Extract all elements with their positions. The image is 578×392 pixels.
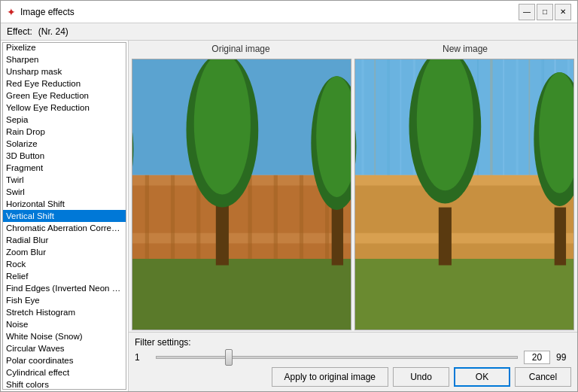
effect-item[interactable]: Zoom Blur [3, 246, 126, 258]
effect-item[interactable]: White Noise (Snow) [3, 330, 126, 342]
effect-item[interactable]: Horizontal Shift [3, 198, 126, 210]
effect-item[interactable]: Noise [3, 318, 126, 330]
effect-row: Effect: (Nr. 24) [1, 23, 577, 41]
minimize-button[interactable]: — [519, 4, 535, 20]
original-image-box [132, 59, 351, 330]
effect-item[interactable]: Vertical Shift [3, 210, 126, 222]
original-image-svg [132, 59, 351, 330]
buttons-row: Apply to original image Undo OK Cancel [135, 367, 571, 387]
effect-item[interactable]: Red Eye Reduction [3, 77, 126, 90]
svg-rect-4 [132, 233, 351, 244]
bottom-panel: Filter settings: 1 20 99 Apply to origin… [129, 332, 577, 391]
effect-item[interactable]: Cylindrical effect [3, 366, 126, 378]
effect-value: (Nr. 24) [38, 26, 68, 37]
window-title: Image effects [20, 7, 75, 17]
effect-item[interactable]: Sepia [3, 114, 126, 126]
effect-item[interactable]: Pixelize [3, 42, 126, 53]
svg-rect-12 [248, 175, 252, 259]
maximize-button[interactable]: □ [537, 4, 553, 20]
svg-rect-22 [216, 201, 229, 265]
new-image-box [354, 59, 574, 330]
effect-item[interactable]: Yellow Eye Reduction [3, 102, 126, 114]
images-area [129, 57, 577, 332]
svg-rect-68 [439, 208, 452, 266]
main-content: BlurGaussian BlurFast Gaussian BlurBlur … [1, 41, 577, 391]
effect-item[interactable]: Radial Blur [3, 234, 126, 246]
title-bar-left: ✦ Image effects [7, 6, 75, 18]
main-window: ✦ Image effects — □ ✕ Effect: (Nr. 24) B… [0, 0, 578, 392]
cancel-button[interactable]: Cancel [515, 367, 571, 387]
effect-label: Effect: [7, 26, 32, 37]
svg-rect-61 [355, 252, 573, 330]
filter-slider[interactable] [156, 356, 518, 359]
slider-max: 99 [556, 352, 571, 363]
svg-rect-71 [555, 208, 566, 266]
svg-rect-8 [145, 175, 149, 259]
svg-point-24 [194, 59, 251, 195]
undo-button[interactable]: Undo [393, 367, 449, 387]
effect-item[interactable]: Twirl [3, 174, 126, 186]
title-bar: ✦ Image effects — □ ✕ [1, 1, 577, 23]
svg-rect-64 [355, 233, 573, 244]
svg-rect-1 [132, 252, 351, 330]
effect-item[interactable]: Polar coordinates [3, 354, 126, 366]
title-controls: — □ ✕ [519, 4, 571, 20]
effect-item[interactable]: Fish Eye [3, 294, 126, 306]
effect-item[interactable]: Rain Drop [3, 126, 126, 138]
slider-row: 1 20 99 [135, 351, 571, 364]
images-header: Original image New image [129, 41, 577, 57]
effect-item[interactable]: Shift colors [3, 378, 126, 390]
effect-item[interactable]: Rock [3, 258, 126, 270]
effects-list[interactable]: BlurGaussian BlurFast Gaussian BlurBlur … [2, 42, 126, 390]
svg-rect-9 [171, 175, 175, 259]
effect-item[interactable]: Stretch Histogram [3, 306, 126, 318]
svg-rect-14 [300, 175, 303, 259]
effect-item[interactable]: Sharpen [3, 53, 126, 65]
slider-min: 1 [135, 352, 150, 363]
new-image-svg [355, 59, 573, 330]
effect-item[interactable]: 3D Button [3, 150, 126, 162]
effect-item[interactable]: Solarize [3, 138, 126, 150]
effect-item[interactable]: Swirl [3, 186, 126, 198]
effect-item[interactable]: Relief [3, 270, 126, 282]
effect-item[interactable]: Find Edges (Inverted Neon edge [3, 282, 126, 294]
effect-item[interactable]: Fragment [3, 162, 126, 174]
new-image-label: New image [353, 41, 577, 57]
effect-item[interactable]: Chromatic Aberration Correction [3, 222, 126, 234]
ok-button[interactable]: OK [454, 367, 510, 387]
effect-item[interactable]: Green Eye Reduction [3, 90, 126, 102]
close-button[interactable]: ✕ [555, 4, 571, 20]
effect-item[interactable]: Circular Waves [3, 342, 126, 354]
left-panel: BlurGaussian BlurFast Gaussian BlurBlur … [1, 41, 129, 391]
slider-value[interactable]: 20 [524, 351, 550, 364]
svg-rect-13 [274, 175, 278, 259]
right-panel: Original image New image [129, 41, 577, 391]
original-image-label: Original image [129, 41, 353, 57]
app-icon: ✦ [7, 6, 16, 18]
apply-button[interactable]: Apply to original image [272, 367, 388, 387]
filter-settings-label: Filter settings: [135, 337, 571, 348]
effect-item[interactable]: Unsharp mask [3, 65, 126, 77]
svg-rect-25 [332, 201, 343, 265]
